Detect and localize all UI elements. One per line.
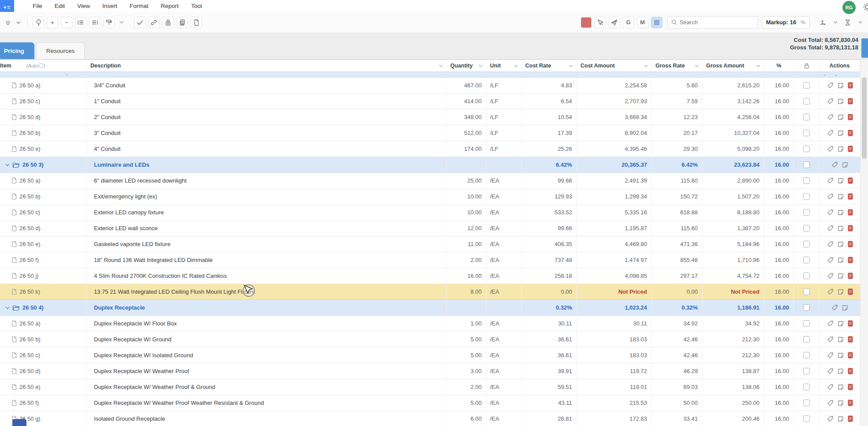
item-code-cell[interactable]: 26 50 d) <box>0 220 87 236</box>
item-code-cell[interactable]: 26 50 e) <box>0 236 87 252</box>
unit-cell[interactable]: /EA <box>486 173 522 188</box>
quantity-cell[interactable]: 5.00 <box>447 348 486 363</box>
markup-unit-dropdown[interactable]: % <box>801 19 805 26</box>
item-code-cell[interactable]: 26 50 f) <box>0 395 87 411</box>
unit-cell[interactable]: /EA <box>486 220 522 236</box>
item-code-cell[interactable]: 26 50 e) <box>0 141 87 157</box>
table-row[interactable]: 26 50 g) Isolated Ground Receptacle 6.00… <box>0 411 860 426</box>
percent-cell[interactable]: 16.00 <box>764 284 794 299</box>
percent-cell[interactable]: 16.00 <box>764 316 794 331</box>
note-icon[interactable] <box>842 162 848 168</box>
cost-rate-cell[interactable]: 129.93 <box>522 189 577 204</box>
gross-amount-cell[interactable]: 6,188.80 <box>703 205 764 220</box>
cost-amount-cell[interactable]: 4,098.85 <box>577 268 652 284</box>
unit-cell[interactable]: /EA <box>486 316 522 331</box>
unit-cell[interactable]: /LF <box>486 125 522 141</box>
cost-amount-cell[interactable]: 3,669.34 <box>577 109 652 125</box>
table-row[interactable]: 26 50 d) Exterior LED wall sconce 12.00 … <box>0 220 860 236</box>
price-database-icon[interactable] <box>848 241 853 247</box>
note-icon[interactable] <box>838 352 844 359</box>
bottom-left-widget[interactable] <box>12 419 26 426</box>
quantity-cell[interactable]: 5.00 <box>447 395 486 411</box>
header-gross-rate[interactable]: Gross Rate <box>652 60 703 71</box>
note-icon[interactable] <box>842 305 848 311</box>
price-database-icon[interactable] <box>848 114 853 120</box>
row-lock-checkbox[interactable] <box>803 130 810 136</box>
row-lock-checkbox[interactable] <box>803 146 810 152</box>
percent-cell[interactable]: 16.00 <box>764 157 794 172</box>
gross-rate-cell[interactable]: 42.46 <box>652 348 703 363</box>
gross-amount-cell[interactable]: 1,507.20 <box>703 189 764 204</box>
price-database-icon[interactable] <box>848 288 853 295</box>
unit-cell[interactable]: /EA <box>486 363 522 379</box>
vertical-scrollbar[interactable] <box>860 60 868 426</box>
price-database-icon[interactable] <box>848 336 853 343</box>
list-view-button[interactable] <box>651 17 662 28</box>
item-code-cell[interactable]: 26 50 d) <box>0 363 87 379</box>
row-lock-checkbox[interactable] <box>803 320 810 327</box>
gross-amount-cell[interactable]: Not Priced <box>703 284 764 299</box>
cost-rate-cell[interactable]: 43.11 <box>522 395 577 411</box>
description-cell[interactable]: Duplex Receptacle W/ Weather Proof & Gro… <box>87 379 447 395</box>
quantity-cell[interactable]: 8.00 <box>447 284 486 299</box>
cost-rate-cell[interactable]: 0.32% <box>522 300 577 315</box>
unit-cell[interactable]: /EA <box>486 395 522 411</box>
table-row[interactable]: 26 50 4) Duplex Receptacle 0.32% 1,023.2… <box>0 300 860 316</box>
cost-amount-cell[interactable]: 5,335.16 <box>577 205 652 220</box>
gross-amount-cell[interactable]: 4,754.72 <box>703 268 764 284</box>
price-database-icon[interactable] <box>848 225 853 232</box>
menu-view[interactable]: View <box>71 1 96 11</box>
cost-amount-cell[interactable]: 4,469.80 <box>577 236 652 252</box>
cost-amount-cell[interactable]: 1,023.24 <box>577 300 652 315</box>
cost-rate-cell[interactable]: 99.66 <box>522 173 577 188</box>
description-cell[interactable]: Exit/emergency light (ex) <box>87 189 447 204</box>
gross-amount-cell[interactable]: 138.06 <box>703 379 764 395</box>
m-tool-button[interactable]: M <box>637 17 648 28</box>
price-database-icon[interactable] <box>848 257 853 263</box>
chevron-down-icon[interactable] <box>5 163 10 167</box>
description-cell[interactable]: 2" Conduit <box>87 109 447 125</box>
cost-rate-cell[interactable]: 533.52 <box>522 205 577 220</box>
unit-cell[interactable]: /EA <box>486 284 522 299</box>
row-lock-checkbox[interactable] <box>803 288 810 295</box>
cost-amount-cell[interactable]: 30.11 <box>577 316 652 331</box>
percent-cell[interactable]: 16.00 <box>764 363 794 379</box>
cost-amount-cell[interactable]: 8,902.04 <box>577 125 652 141</box>
gross-rate-cell[interactable]: 69.03 <box>652 379 703 395</box>
cost-rate-cell[interactable]: 30.11 <box>522 316 577 331</box>
percent-cell[interactable]: 16.00 <box>764 189 794 204</box>
column-menu-icon[interactable] <box>569 64 573 67</box>
quantity-cell[interactable] <box>447 157 486 172</box>
quantity-cell[interactable]: 6.00 <box>447 411 486 426</box>
percent-cell[interactable]: 16.00 <box>764 141 794 157</box>
description-cell[interactable]: 1" Conduit <box>87 93 447 109</box>
price-database-icon[interactable] <box>848 368 853 374</box>
row-lock-checkbox[interactable] <box>803 114 810 120</box>
unit-cell[interactable]: /EA <box>486 268 522 284</box>
table-row[interactable]: 26 50 f) 18" Round 136 Watt Integrated L… <box>0 252 860 268</box>
percent-cell[interactable]: 16.00 <box>764 173 794 188</box>
gross-rate-cell[interactable]: 34.92 <box>652 316 703 331</box>
description-cell[interactable]: Duplex Receptacle <box>87 300 447 315</box>
row-lock-checkbox[interactable] <box>803 209 810 216</box>
gross-amount-cell[interactable]: 1,186.91 <box>703 300 764 315</box>
item-code-cell[interactable]: 26 50 e) <box>0 379 87 395</box>
cost-rate-cell[interactable]: 36.61 <box>522 332 577 347</box>
cost-rate-cell[interactable]: 6.42% <box>522 157 577 172</box>
color-swatch-button[interactable] <box>581 17 591 28</box>
send-button[interactable] <box>609 17 620 28</box>
item-code-cell[interactable]: 26 50 c) <box>0 205 87 220</box>
percent-cell[interactable]: 16.00 <box>764 300 794 315</box>
gross-amount-cell[interactable]: 1,710.96 <box>703 252 764 268</box>
description-cell[interactable]: Duplex Receptacle W/ Isolated Ground <box>87 348 447 363</box>
format-painter-dropdown[interactable] <box>117 17 125 28</box>
note-icon[interactable] <box>838 257 844 263</box>
cost-rate-cell[interactable]: 17.39 <box>522 125 577 141</box>
note-icon[interactable] <box>838 289 844 295</box>
gross-rate-cell[interactable]: 29.30 <box>652 141 703 157</box>
gross-amount-cell[interactable]: 10,327.04 <box>703 125 764 141</box>
unit-cell[interactable]: /EA <box>486 252 522 268</box>
cost-rate-cell[interactable]: 10.54 <box>522 109 577 125</box>
description-cell[interactable]: Duplex Receptacle W/ Ground <box>87 332 447 347</box>
header-percent[interactable]: % <box>764 60 794 71</box>
